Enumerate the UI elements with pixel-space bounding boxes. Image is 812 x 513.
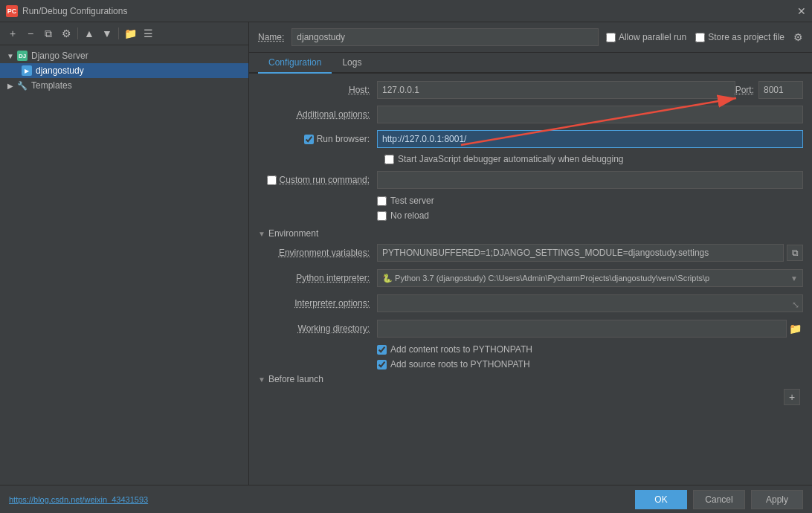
- run-browser-check-group: Run browser:: [258, 134, 377, 144]
- js-debugger-label[interactable]: Start JavaScript debugger automatically …: [384, 154, 624, 164]
- name-field-label: Name:: [258, 32, 284, 42]
- host-input[interactable]: [377, 81, 735, 99]
- no-reload-checkbox[interactable]: [377, 211, 387, 221]
- status-url[interactable]: https://blog.csdn.net/weixin_43431593: [9, 495, 629, 504]
- custom-run-command-checkbox[interactable]: [267, 175, 277, 185]
- tree-item-templates[interactable]: ▶ 🔧 Templates: [0, 78, 248, 93]
- djangostudy-config-icon: ▶: [21, 65, 33, 77]
- name-options: Allow parallel run Store as project file…: [606, 31, 803, 43]
- expand-icon[interactable]: ⤡: [792, 300, 799, 310]
- templates-label: Templates: [31, 80, 72, 91]
- before-launch-add-row: +: [258, 389, 803, 405]
- django-server-icon: DJ: [16, 50, 28, 62]
- custom-run-command-label: Custom run command:: [280, 175, 370, 185]
- allow-parallel-run-label[interactable]: Allow parallel run: [606, 32, 686, 42]
- add-content-roots-checkbox[interactable]: [377, 345, 387, 355]
- gear-icon[interactable]: ⚙: [793, 31, 803, 43]
- no-reload-label[interactable]: No reload: [377, 210, 429, 221]
- test-server-row: Test server: [258, 196, 803, 206]
- list-button[interactable]: ☰: [140, 25, 156, 42]
- python-interpreter-label: Python interpreter:: [258, 273, 377, 283]
- tree-item-django-server[interactable]: ▼ DJ Django Server: [0, 48, 248, 63]
- name-input[interactable]: [291, 28, 599, 46]
- settings-button[interactable]: ⚙: [58, 25, 74, 42]
- toolbar-separator-2: [118, 28, 119, 39]
- environment-arrow: ▼: [258, 230, 265, 238]
- interpreter-options-input[interactable]: ⤡: [377, 294, 803, 312]
- run-browser-row: Run browser:: [258, 130, 803, 148]
- move-down-button[interactable]: ▼: [99, 25, 115, 42]
- custom-run-command-label-group: Custom run command:: [258, 175, 377, 185]
- copy-config-button[interactable]: ⧉: [40, 25, 57, 42]
- allow-parallel-run-checkbox[interactable]: [606, 33, 616, 42]
- port-label: Port:: [735, 85, 754, 95]
- django-server-label: Django Server: [31, 51, 88, 61]
- title-bar: PC Run/Debug Configurations ✕: [0, 0, 812, 22]
- wrench-icon: 🔧: [16, 80, 28, 91]
- tree-item-djangostudy[interactable]: ▶ djangostudy: [0, 63, 248, 78]
- python-interpreter-row: Python interpreter: 🐍 Python 3.7 (django…: [258, 268, 803, 288]
- cancel-button[interactable]: Cancel: [693, 490, 745, 509]
- tab-logs[interactable]: Logs: [332, 53, 372, 74]
- left-toolbar: + − ⧉ ⚙ ▲ ▼ 📁 ☰: [0, 22, 248, 45]
- title-bar-text: Run/Debug Configurations: [22, 6, 127, 16]
- working-directory-input[interactable]: [377, 320, 787, 338]
- before-launch-section: ▼ Before launch: [258, 374, 803, 384]
- custom-run-command-input[interactable]: [377, 171, 803, 189]
- djangostudy-label: djangostudy: [36, 65, 84, 76]
- working-directory-row: Working directory: 📁: [258, 319, 803, 338]
- interpreter-options-row: Interpreter options: ⤡: [258, 294, 803, 313]
- interpreter-dropdown-arrow: ▼: [790, 274, 798, 283]
- apply-button[interactable]: Apply: [751, 490, 803, 509]
- close-button[interactable]: ✕: [797, 5, 806, 17]
- right-panel: Name: Allow parallel run Store as projec…: [249, 22, 812, 485]
- tree-templates-arrow[interactable]: ▶: [6, 81, 15, 90]
- test-server-checkbox[interactable]: [377, 196, 387, 206]
- env-input-group: ⧉: [377, 244, 803, 262]
- tree-expand-arrow[interactable]: ▼: [6, 51, 15, 60]
- before-launch-arrow: ▼: [258, 375, 265, 384]
- move-up-button[interactable]: ▲: [81, 25, 97, 42]
- add-content-roots-row: Add content roots to PYTHONPATH: [258, 344, 803, 355]
- store-as-project-file-checkbox[interactable]: [695, 33, 705, 42]
- app-icon: PC: [6, 5, 18, 17]
- add-source-roots-label[interactable]: Add source roots to PYTHONPATH: [377, 359, 530, 370]
- folder-browse-button[interactable]: 📁: [787, 320, 803, 337]
- environment-variables-input[interactable]: [377, 244, 784, 262]
- working-directory-label: Working directory:: [258, 323, 377, 334]
- add-source-roots-row: Add source roots to PYTHONPATH: [258, 359, 803, 370]
- add-source-roots-checkbox[interactable]: [377, 360, 387, 370]
- folder-button[interactable]: 📁: [122, 25, 138, 42]
- interpreter-options-label: Interpreter options:: [258, 298, 377, 309]
- test-server-label[interactable]: Test server: [377, 196, 434, 206]
- add-config-button[interactable]: +: [4, 25, 21, 42]
- run-browser-input[interactable]: [377, 130, 803, 148]
- config-content: Host: Port: Additional options: Run brow…: [249, 74, 812, 485]
- before-launch-add-button[interactable]: +: [784, 389, 800, 405]
- host-row: Host: Port:: [258, 81, 803, 99]
- main-container: + − ⧉ ⚙ ▲ ▼ 📁 ☰ ▼ DJ Django Server ▶: [0, 22, 812, 485]
- python-interpreter-value: 🐍 Python 3.7 (djangostudy) C:\Users\Admi…: [382, 274, 709, 283]
- run-browser-checkbox[interactable]: [304, 135, 314, 144]
- port-input[interactable]: [758, 81, 803, 99]
- store-as-project-file-label[interactable]: Store as project file: [695, 32, 784, 42]
- port-group: Port:: [735, 81, 803, 99]
- bottom-bar: https://blog.csdn.net/weixin_43431593 OK…: [0, 485, 812, 513]
- additional-options-row: Additional options:: [258, 105, 803, 124]
- tab-configuration[interactable]: Configuration: [258, 53, 332, 74]
- additional-options-input[interactable]: [377, 106, 803, 123]
- before-launch-label: Before launch: [268, 374, 323, 384]
- environment-label: Environment: [268, 228, 318, 239]
- run-browser-label: Run browser:: [317, 134, 370, 144]
- environment-variables-copy-button[interactable]: ⧉: [787, 245, 803, 261]
- environment-variables-row: Environment variables: ⧉: [258, 243, 803, 262]
- add-content-roots-label[interactable]: Add content roots to PYTHONPATH: [377, 344, 532, 355]
- remove-config-button[interactable]: −: [22, 25, 39, 42]
- environment-section-header[interactable]: ▼ Environment: [258, 228, 803, 239]
- additional-options-label: Additional options:: [258, 109, 377, 120]
- python-interpreter-select[interactable]: 🐍 Python 3.7 (djangostudy) C:\Users\Admi…: [377, 269, 803, 287]
- name-row: Name: Allow parallel run Store as projec…: [249, 22, 812, 53]
- js-debugger-checkbox[interactable]: [384, 155, 394, 164]
- js-debugger-row: Start JavaScript debugger automatically …: [258, 154, 803, 164]
- ok-button[interactable]: OK: [635, 490, 687, 509]
